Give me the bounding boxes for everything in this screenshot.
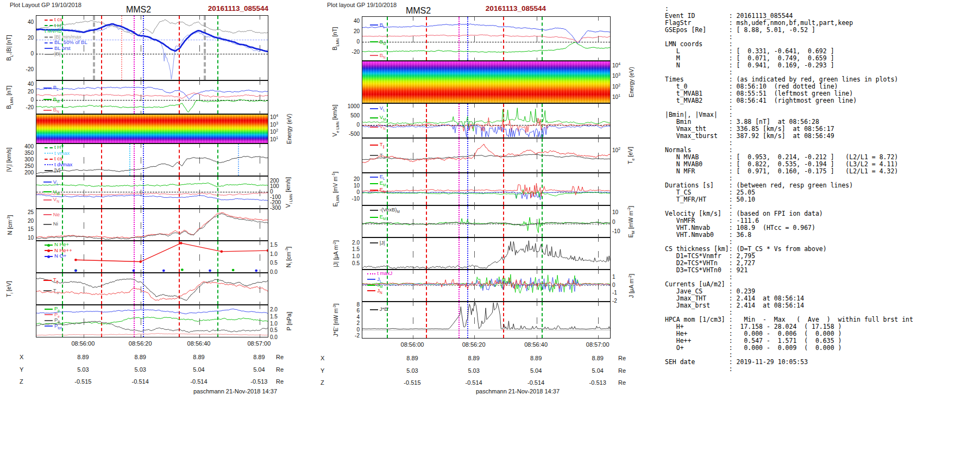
legend-vm: VM — [43, 189, 60, 197]
event-id: 20161113_085544 — [208, 4, 268, 12]
y-axis-tick-label: 0 — [340, 189, 360, 195]
y-axis-label: |J| [µA m-2] — [332, 240, 340, 267]
legend-line-sample — [370, 177, 378, 178]
legend-label: T⊥ — [380, 152, 386, 158]
y-axis-tick-label: 400 — [14, 143, 34, 149]
panel-bl-babs: t cst HTt MVAB|B| min/maxBL, 50% of BLBL… — [36, 15, 268, 80]
y-axis-tick-label: -500 — [340, 130, 360, 136]
legend-bn: BN — [370, 53, 386, 60]
figure-left: Plot Layout GP 19/10/2018 MMS2 20161113_… — [0, 0, 289, 413]
legend-label: VM — [380, 114, 386, 120]
y-axis-tick-label: 20 — [14, 34, 34, 40]
legend-line-sample — [45, 42, 53, 43]
plot-curves — [362, 173, 610, 205]
y-axis-tick-label: 20 — [14, 217, 34, 223]
y-axis-tick-label: 2 — [340, 320, 360, 326]
legend-label: BM — [53, 96, 60, 102]
legend-line-sample — [43, 280, 52, 281]
legend-label: Ni — [53, 221, 58, 227]
ephemeris-value: 8.89 — [592, 355, 603, 361]
y-axis-tick-label: 0 — [14, 51, 34, 57]
x-axis-time-label: 08:57:00 — [247, 340, 271, 347]
legend-label: BL — [380, 22, 385, 28]
ephemeris-unit: Re — [618, 355, 626, 361]
plot-curves — [362, 139, 610, 172]
y-axis-tick-label: 0 — [612, 218, 615, 224]
y-axis-label: J*E' [nW m-3] — [332, 304, 340, 337]
legend-label: Pe — [54, 311, 60, 317]
y-axis-label: J [µA m-2] — [628, 273, 635, 298]
legend-label: Ne — [53, 211, 60, 217]
plot-curves — [362, 302, 610, 338]
ephemeris-value: 5.04 — [592, 367, 603, 374]
y-axis-tick-label: -1 — [612, 290, 617, 296]
panel-pressure: PpPePBPtot — [36, 305, 268, 337]
x-axis-time-label: 08:56:40 — [187, 340, 211, 347]
legend-line-sample — [45, 245, 53, 246]
legend-line-sample — [370, 117, 378, 118]
legend-line-sample — [45, 256, 53, 257]
legend-line-sample — [43, 290, 52, 291]
y-axis-label: EM [mW m-2] — [627, 205, 636, 237]
plot-curves — [362, 270, 610, 301]
panel-b-lmn: BLBMBN — [362, 16, 611, 61]
legend-jn: JN — [367, 288, 382, 296]
legend-label: |B| min/max — [54, 34, 81, 40]
legend-line-sample — [45, 20, 53, 21]
y-axis-tick-label: 10 — [612, 209, 618, 215]
legend-label: EL — [380, 173, 385, 179]
ephemeris-value: -0.514 — [527, 379, 544, 386]
legend-label: -(VexB)M — [380, 206, 400, 212]
y-axis-label: Te [eV] — [627, 147, 635, 164]
legend-label: BL, 50% of BL — [54, 39, 87, 45]
y-axis-tick-label: 0 — [14, 96, 34, 102]
ephemeris-value: 5.04 — [530, 367, 542, 374]
plot-curves — [36, 273, 268, 304]
legend-line-sample — [45, 170, 53, 171]
ephemeris-value: -0.513 — [589, 379, 606, 386]
legend-label: t cs — [54, 16, 62, 22]
y-axis-tick-label: 2.0 — [270, 306, 278, 312]
legend-line-sample — [45, 159, 53, 160]
y-axis-tick-label: 1.5 — [270, 314, 278, 320]
ephemeris-value: 8.89 — [530, 355, 542, 361]
legend-label: t dvmax — [54, 161, 72, 167]
legend-line-sample — [370, 242, 378, 243]
y-axis-tick-label: 1.5 — [270, 242, 278, 248]
legend-line-sample — [370, 183, 378, 184]
ephemeris-value: 8.89 — [193, 354, 204, 360]
y-axis-tick-label: -2 — [612, 298, 617, 304]
y-axis-tick-label: 0 — [340, 121, 360, 127]
x-axis-time-label: 08:56:00 — [71, 340, 95, 347]
y-axis-tick-label: 103 — [612, 72, 620, 79]
legend-label: BL brst — [54, 45, 71, 51]
plot-curves — [36, 177, 268, 208]
legend-label: EN — [380, 186, 386, 192]
legend-line-sample — [370, 145, 378, 146]
plot-layout-label: Plot Layout GP 19/10/2018 — [10, 2, 81, 8]
legend-line-sample — [370, 190, 378, 191]
y-axis-tick-label: 500 — [340, 112, 360, 118]
y-axis-tick-label: -20 — [340, 48, 360, 54]
legend-em: EM — [370, 214, 386, 222]
legend-t: T∥ — [370, 142, 385, 149]
ephemeris-value: -0.514 — [132, 378, 149, 385]
event-info-panel: : Event ID : 20161113_085544 FlagStr : m… — [657, 2, 980, 456]
ephemeris-value: 5.03 — [468, 367, 479, 374]
legend-line-sample — [370, 217, 378, 218]
legend-label: N O+ — [54, 253, 66, 259]
legend-line-sample — [370, 108, 378, 109]
ephemeris-row-label: Y — [321, 367, 324, 374]
event-id: 20161113_085544 — [486, 4, 546, 12]
legend-line-sample — [43, 181, 52, 183]
legend-line-sample — [45, 54, 53, 55]
legend-bm: BM — [43, 97, 60, 104]
legend-label: t maxJ — [377, 270, 392, 276]
legend-label: t cs — [54, 155, 62, 161]
legend-ne: Ne — [43, 212, 60, 218]
y-axis-label: Ti [eV] — [5, 281, 14, 297]
y-axis-label: Energy (eV) — [628, 67, 635, 97]
legend-label: J*E' — [380, 306, 389, 312]
legend-vl: VL — [43, 179, 59, 187]
legend-line-sample — [370, 24, 378, 26]
